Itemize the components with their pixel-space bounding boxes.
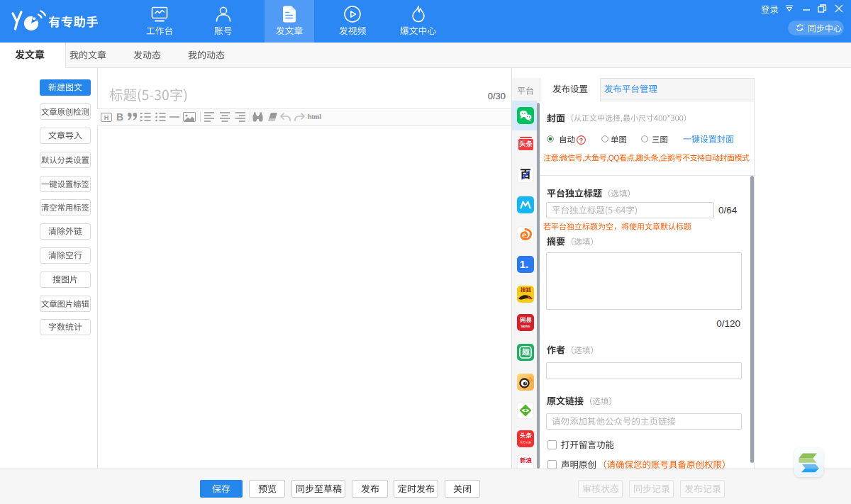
svg-text:?: ? [579,135,584,143]
svg-text:H: H [104,114,109,121]
